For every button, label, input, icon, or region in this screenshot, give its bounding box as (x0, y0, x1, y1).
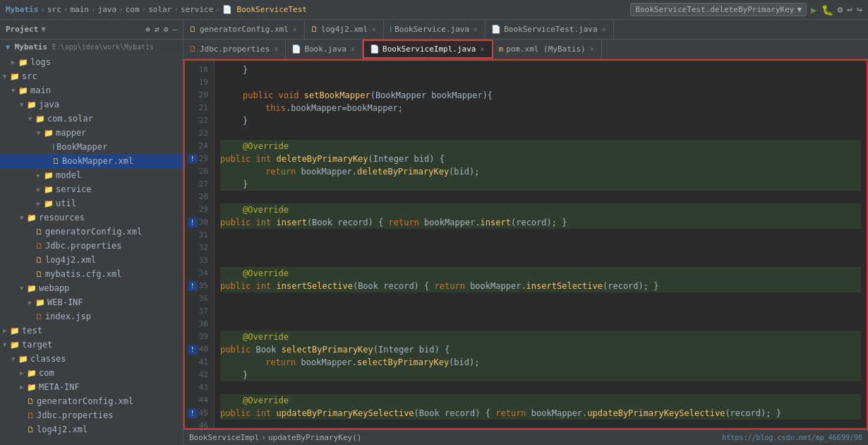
line-num-37: 37 (185, 305, 211, 318)
tree-label-index-jsp: index.jsp (45, 312, 91, 321)
project-root: ▼ Mybatis E:\app\idea\work\Mybatis (0, 40, 183, 55)
breadcrumb-service: service (181, 5, 213, 14)
tab-close-icon[interactable]: × (478, 44, 486, 54)
run-config-dropdown[interactable]: BookServiceTest.deleteByPrimaryKey ▼ (630, 3, 807, 16)
forward-button[interactable]: ↪ (857, 4, 862, 15)
tree-item-metainf[interactable]: ▶ 📁 META-INF (0, 380, 183, 394)
tab-JdbcProperties[interactable]: 🗋 Jdbc.properties × (183, 40, 286, 59)
line-num-30: !30 (185, 216, 211, 229)
tree-item-classes[interactable]: ▼ 📁 classes (0, 352, 183, 366)
breadcrumb-solar: solar (148, 5, 171, 14)
tab-pom[interactable]: m pom.xml (MyBatis) × (493, 40, 602, 59)
run-button[interactable]: ▶ (811, 4, 816, 16)
tree-item-mybatis[interactable]: 🗋 mybatis.cfg.xml (0, 267, 183, 281)
tree-item[interactable]: ▼ 📁 src (0, 69, 183, 83)
line-num-34: 34 (185, 267, 211, 280)
tree-item-log4j2[interactable]: 🗋 log4j2.xml (0, 253, 183, 267)
line-num-32: 32 (185, 242, 211, 254)
tab-log4j2[interactable]: 🗋 log4j2.xml × (305, 20, 384, 39)
tab-close-icon[interactable]: × (589, 44, 596, 54)
line-num-36: 36 (185, 292, 211, 305)
tree-item-webapp[interactable]: ▼ 📁 webapp (0, 281, 183, 295)
code-line-25: public int deleteByPrimaryKey(Integer bi… (220, 153, 861, 165)
java-icon: 📄 (370, 44, 380, 54)
tree-item-gen2[interactable]: 🗋 generatorConfig.xml (0, 394, 183, 408)
sidebar-title: Project (6, 25, 38, 34)
tree-item-util[interactable]: ▶ 📁 util (0, 196, 183, 210)
settings-icon[interactable]: ⚙ (164, 25, 169, 34)
run-config-label: BookServiceTest.deleteByPrimaryKey (635, 5, 794, 14)
debug-button[interactable]: 🐛 (821, 4, 833, 16)
tree-item[interactable]: ▼ 📁 mapper (0, 126, 183, 140)
tab-close-icon[interactable]: × (370, 25, 378, 34)
tree-item-resources[interactable]: ▼ 📁 resources (0, 210, 183, 225)
code-line-39: @Override (220, 331, 861, 343)
tree-label-jdbc: Jdbc.properties (45, 241, 121, 251)
code-line-24: @Override (220, 140, 861, 153)
line-num-40: !40 (185, 343, 211, 356)
gutter-breakpoint-40[interactable]: ! (188, 345, 198, 355)
tree-label-src: src (22, 71, 37, 81)
tree-item-target[interactable]: ▼ 📁 target (0, 338, 183, 352)
tree-item-generatorConfig[interactable]: 🗋 generatorConfig.xml (0, 225, 183, 239)
tree-item-jdbc2[interactable]: 🗋 Jdbc.properties (0, 408, 183, 422)
code-line-38 (220, 318, 861, 331)
tree-item[interactable]: ▼ 📁 main (0, 83, 183, 97)
code-line-23 (220, 127, 861, 140)
tree-item-Jdbc[interactable]: 🗋 Jdbc.properties (0, 239, 183, 253)
tree-item-webinf[interactable]: ▶ 📁 WEB-INF (0, 295, 183, 309)
tree-item-index-jsp[interactable]: 🗋 index.jsp (0, 309, 183, 324)
tab-bar-row2: 🗋 Jdbc.properties × 📄 Book.java × 📄 Book… (183, 40, 868, 59)
coverage-button[interactable]: ⚙ (838, 4, 843, 15)
gutter-breakpoint-25[interactable]: ! (188, 154, 198, 164)
line-num-24: 24 (185, 140, 211, 153)
tab-BookServiceImpl[interactable]: 📄 BookServiceImpl.java × (363, 40, 493, 59)
minimize-icon[interactable]: — (172, 25, 177, 34)
tab-close-icon[interactable]: × (601, 25, 608, 34)
tab-BookServiceTest[interactable]: 📄 BookServiceTest.java × (486, 20, 613, 39)
code-line-21: this.bookMapper=bookMapper; (220, 102, 861, 114)
back-button[interactable]: ↩ (847, 4, 852, 15)
tree-label-classes: classes (30, 354, 66, 364)
tree-item[interactable]: ▶ 📁 logs (0, 55, 183, 69)
tree-item-test[interactable]: ▶ 📁 test (0, 324, 183, 338)
tree-label-log2: log4j2.xml (37, 425, 88, 434)
xml-icon: 🗋 (189, 25, 197, 34)
sync-icon[interactable]: ⇄ (155, 25, 159, 34)
tree-item[interactable]: ▼ 📁 java (0, 97, 183, 112)
sidebar-header: Project ▼ ⊕ ⇄ ⚙ — (0, 20, 183, 40)
tab-generatorConfig[interactable]: 🗋 generatorConfig.xml × (183, 20, 305, 39)
tab-close-icon[interactable]: × (472, 25, 479, 34)
tab-Book-java[interactable]: 📄 Book.java × (286, 40, 363, 59)
line-num-35: !35 (185, 280, 211, 292)
tab-close-icon[interactable]: × (291, 25, 299, 34)
tree-item-com2[interactable]: ▶ 📁 com (0, 366, 183, 380)
line-num-33: 33 (185, 254, 211, 267)
tree-item-model[interactable]: ▶ 📁 model (0, 168, 183, 182)
tab-bar-row1: 🗋 generatorConfig.xml × 🗋 log4j2.xml × Ⅰ… (183, 20, 868, 40)
breadcrumb-mybatis[interactable]: Mybatis (6, 5, 38, 14)
tab-close-icon[interactable]: × (272, 44, 279, 54)
tab-BookService[interactable]: Ⅰ BookService.java × (384, 20, 486, 39)
tree-item-service[interactable]: ▶ 📁 service (0, 182, 183, 196)
tree-item-log2[interactable]: 🗋 log4j2.xml (0, 422, 183, 437)
chevron-down-icon: ▼ (41, 25, 46, 34)
code-editor[interactable]: } public void setBookMapper(BookMapper b… (215, 61, 867, 428)
tree-label-mapper: mapper (56, 128, 86, 138)
add-icon[interactable]: ⊕ (146, 25, 151, 34)
tab-close-icon[interactable]: × (349, 44, 356, 54)
code-line-41: return bookMapper.selectByPrimaryKey(bid… (220, 356, 861, 369)
gutter-breakpoint-30[interactable]: ! (188, 218, 198, 227)
tree-item-BookMapper-xml[interactable]: 🗋 BookMapper.xml (0, 154, 183, 168)
status-breadcrumb: BookServiceImpl › updateByPrimaryKey() (189, 433, 361, 442)
gutter-breakpoint-45[interactable]: ! (188, 408, 198, 418)
tree-item-BookMapper[interactable]: Ⅰ BookMapper (0, 140, 183, 154)
xml-icon: 🗋 (311, 25, 318, 34)
tree-label-service: service (56, 184, 92, 194)
tree-item[interactable]: ▼ 📁 com.solar (0, 112, 183, 126)
line-num-38: 38 (185, 318, 211, 331)
tab-label: BookServiceImpl.java (382, 44, 476, 54)
chevron-down-icon: ▼ (797, 5, 802, 14)
code-line-29: @Override (220, 203, 861, 216)
gutter-breakpoint-35[interactable]: ! (188, 281, 198, 291)
